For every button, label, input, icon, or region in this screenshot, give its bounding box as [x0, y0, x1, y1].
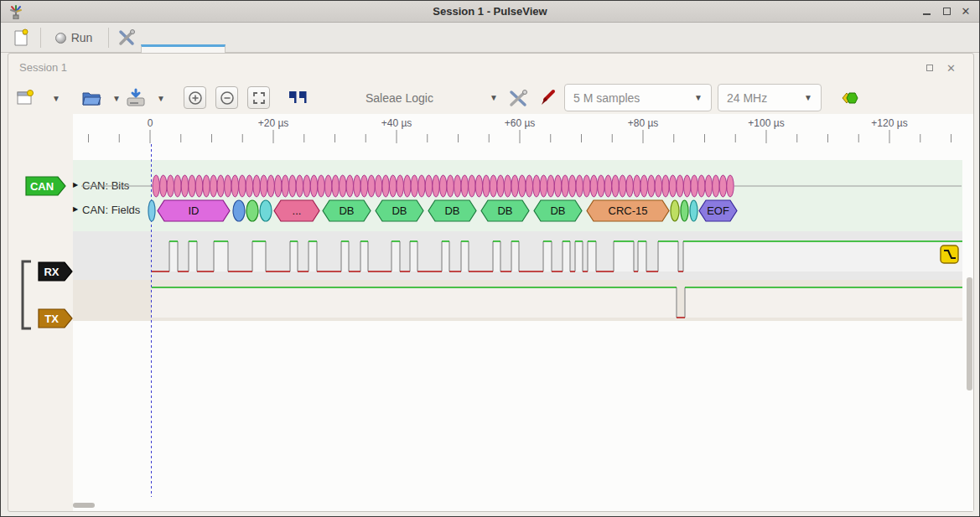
channels-button[interactable] [536, 84, 559, 112]
chevron-down-icon: ▼ [804, 93, 812, 102]
run-button[interactable]: Run [48, 26, 100, 49]
run-label: Run [71, 31, 93, 44]
wrench-screwdriver-icon [117, 28, 136, 47]
ruler-label: +120 µs [871, 117, 907, 129]
title-bar: Session 1 - PulseView ✕ [1, 1, 979, 23]
new-session-icon [15, 88, 35, 108]
decoder-row-fields-label[interactable]: CAN: Fields [82, 204, 140, 216]
zoom-in-icon [188, 90, 203, 106]
add-decoder-icon [837, 89, 859, 107]
new-session-button[interactable] [11, 84, 39, 112]
open-folder-icon [81, 88, 103, 108]
minimize-button[interactable] [917, 7, 936, 18]
save-dropdown[interactable]: ▼ [154, 84, 168, 112]
ruler-label: +80 µs [628, 117, 659, 129]
dock-float-button[interactable] [926, 62, 933, 74]
save-button[interactable] [121, 84, 151, 112]
expand-arrow-bits[interactable]: ▶ [73, 181, 78, 189]
chevron-down-icon: ▼ [112, 94, 121, 103]
zoom-fit-icon [251, 90, 267, 106]
sample-rate-select[interactable]: 24 MHz ▼ [718, 84, 822, 111]
dock-close-button[interactable]: ✕ [946, 62, 956, 75]
chevron-down-icon: ▼ [694, 93, 703, 102]
ruler-label: +60 µs [505, 117, 536, 129]
maximize-button[interactable] [937, 7, 956, 18]
new-view-button[interactable] [8, 26, 34, 49]
toolbar-separator [40, 28, 41, 48]
horizontal-scrollbar[interactable] [73, 503, 95, 508]
ruler-label: +40 µs [381, 117, 412, 129]
zoom-in-button[interactable] [184, 86, 206, 109]
probe-flags-icon [287, 89, 309, 107]
dock-title: Session 1 [19, 61, 67, 74]
chevron-down-icon: ▼ [157, 94, 165, 103]
device-selector[interactable]: Saleae Logic ▼ [366, 84, 498, 111]
vertical-scrollbar[interactable] [967, 277, 972, 390]
run-state-icon [55, 33, 66, 44]
device-name: Saleae Logic [366, 91, 481, 105]
zoom-fit-button[interactable] [247, 86, 270, 109]
sample-rate-value: 24 MHz [727, 91, 767, 105]
toolbar-separator [108, 28, 109, 48]
show-decoder-selector-button[interactable] [286, 84, 309, 112]
probe-icon [537, 88, 557, 108]
zoom-out-button[interactable] [215, 86, 238, 109]
open-button[interactable] [78, 84, 106, 112]
rx-trace-background [73, 231, 962, 280]
device-configure-button[interactable] [506, 84, 531, 112]
sample-count-value: 5 M samples [573, 91, 640, 105]
save-icon [125, 88, 147, 108]
pulseview-window: Session 1 - PulseView ✕ Run Se [0, 0, 980, 517]
add-decoder-button[interactable] [836, 84, 861, 112]
decoder-row-bits-label[interactable]: CAN: Bits [82, 179, 129, 192]
ruler-label: +100 µs [748, 117, 784, 129]
expand-arrow-fields[interactable]: ▶ [73, 205, 78, 213]
wrench-screwdriver-icon [508, 88, 528, 108]
chevron-down-icon: ▼ [52, 94, 60, 103]
zoom-out-icon [220, 90, 235, 106]
window-title: Session 1 - PulseView [1, 5, 979, 18]
sample-count-select[interactable]: 5 M samples ▼ [564, 84, 712, 111]
settings-button[interactable] [113, 26, 140, 49]
ruler-label: 0 [148, 117, 153, 129]
close-button[interactable]: ✕ [957, 7, 975, 18]
main-toolbar: Run Session 1 ✕ [1, 23, 979, 53]
new-session-dropdown[interactable]: ▼ [49, 84, 63, 112]
ruler-label: +20 µs [258, 117, 289, 129]
tx-trace-background [73, 280, 962, 321]
chevron-down-icon: ▼ [490, 93, 498, 102]
new-file-icon [13, 28, 29, 47]
decoder-trace-background [73, 160, 962, 231]
